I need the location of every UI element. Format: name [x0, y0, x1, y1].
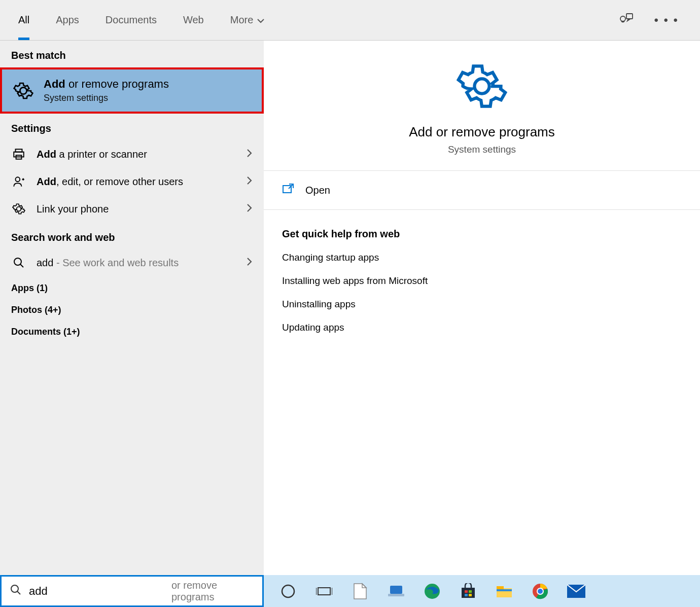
svg-point-6 [14, 258, 21, 265]
help-title: Get quick help from web [282, 228, 682, 240]
svg-rect-22 [497, 586, 504, 589]
tab-all[interactable]: All [5, 0, 43, 40]
svg-rect-3 [14, 152, 24, 157]
search-web-header: Search work and web [0, 223, 264, 249]
task-view-icon[interactable] [315, 582, 333, 600]
chevron-right-icon [247, 203, 253, 215]
best-match-header: Best match [0, 41, 264, 67]
help-link[interactable]: Updating apps [282, 322, 682, 333]
help-link[interactable]: Installing web apps from Microsoft [282, 275, 682, 287]
search-tabs: All Apps Documents Web More • • • [0, 0, 700, 41]
app-icon-edge[interactable] [423, 582, 441, 600]
preview-header: Add or remove programs System settings [264, 41, 700, 170]
app-icon-store[interactable] [459, 582, 477, 600]
open-button[interactable]: Open [264, 170, 700, 210]
preview-panel: Add or remove programs System settings O… [264, 41, 700, 575]
svg-point-0 [620, 16, 625, 21]
search-input[interactable] [29, 585, 168, 598]
tab-web[interactable]: Web [170, 0, 217, 40]
svg-point-8 [11, 585, 18, 592]
app-icon-chrome[interactable] [531, 582, 549, 600]
help-link[interactable]: Changing startup apps [282, 252, 682, 263]
gear-icon [11, 202, 26, 216]
taskbar-tray [264, 575, 700, 607]
svg-rect-10 [318, 588, 330, 595]
web-search-item[interactable]: add - See work and web results [0, 249, 264, 276]
settings-item-label: Add a printer or scanner [37, 149, 236, 160]
taskbar: or remove programs [0, 575, 700, 607]
best-match-title: Add or remove programs [44, 78, 169, 91]
gear-icon [264, 61, 700, 114]
search-icon [10, 584, 22, 598]
svg-rect-16 [462, 588, 475, 598]
app-icon-mail[interactable] [567, 582, 585, 600]
settings-item-link-phone[interactable]: Link your phone [0, 195, 264, 223]
app-icon-explorer[interactable] [495, 582, 513, 600]
chevron-right-icon [247, 257, 253, 269]
tab-apps[interactable]: Apps [43, 0, 92, 40]
svg-rect-14 [388, 594, 404, 596]
tab-more[interactable]: More [217, 0, 278, 40]
svg-rect-1 [626, 14, 633, 19]
open-label: Open [305, 185, 330, 196]
best-match-item[interactable]: Add or remove programs System settings [0, 67, 264, 114]
help-link[interactable]: Uninstalling apps [282, 299, 682, 310]
chevron-right-icon [247, 149, 253, 160]
chevron-down-icon [257, 14, 264, 26]
chevron-right-icon [247, 176, 253, 188]
gear-icon [13, 81, 33, 101]
preview-title: Add or remove programs [264, 124, 700, 140]
best-match-subtitle: System settings [44, 93, 169, 103]
more-options-icon[interactable]: • • • [654, 13, 679, 27]
svg-rect-19 [465, 594, 468, 596]
app-icon-libreoffice[interactable] [351, 582, 369, 600]
web-search-label: add - See work and web results [37, 257, 236, 269]
svg-point-26 [538, 589, 543, 594]
tab-more-label: More [230, 14, 254, 26]
settings-header: Settings [0, 114, 264, 140]
settings-item-users[interactable]: Add, edit, or remove other users [0, 168, 264, 195]
search-ghost-text: or remove programs [171, 580, 254, 603]
cortana-icon[interactable] [279, 582, 297, 600]
settings-item-label: Add, edit, or remove other users [37, 176, 236, 188]
tab-documents[interactable]: Documents [92, 0, 170, 40]
preview-subtitle: System settings [264, 144, 700, 155]
help-section: Get quick help from web Changing startup… [264, 210, 700, 575]
settings-item-printer[interactable]: Add a printer or scanner [0, 140, 264, 168]
svg-rect-23 [497, 589, 512, 591]
documents-count-header[interactable]: Documents (1+) [0, 319, 264, 341]
svg-rect-20 [469, 594, 472, 596]
svg-rect-17 [465, 590, 468, 593]
search-box[interactable]: or remove programs [0, 575, 264, 607]
user-add-icon [11, 175, 26, 188]
search-icon [11, 257, 26, 269]
results-panel: Best match Add or remove programs System… [0, 41, 264, 575]
settings-item-label: Link your phone [37, 203, 236, 215]
svg-point-9 [282, 585, 294, 597]
feedback-icon[interactable] [619, 13, 634, 28]
app-icon-laptop[interactable] [387, 582, 405, 600]
printer-icon [11, 148, 26, 161]
svg-point-5 [16, 177, 20, 182]
apps-count-header[interactable]: Apps (1) [0, 276, 264, 298]
svg-rect-13 [390, 586, 402, 594]
open-icon [282, 183, 294, 197]
svg-rect-18 [469, 590, 472, 593]
photos-count-header[interactable]: Photos (4+) [0, 298, 264, 319]
